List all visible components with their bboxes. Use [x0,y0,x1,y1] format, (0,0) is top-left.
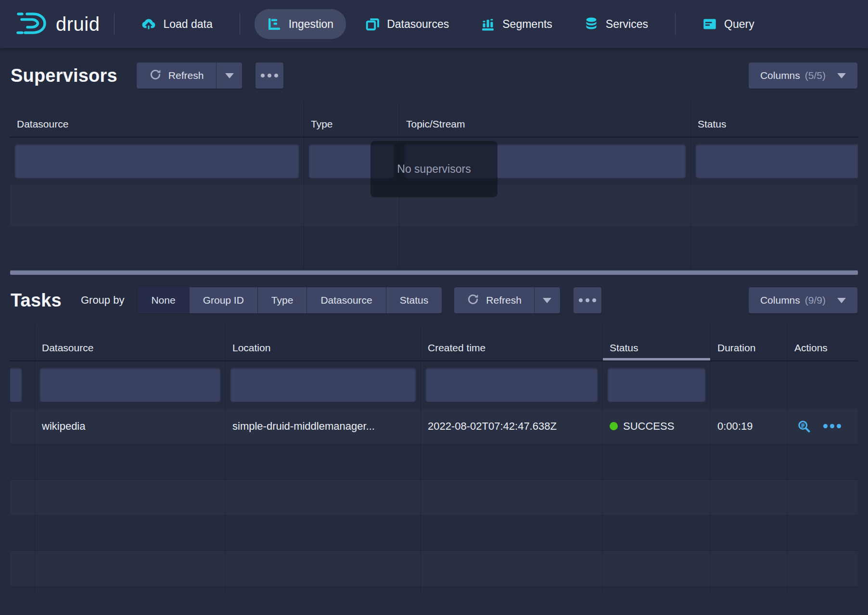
cloud-upload-icon [141,17,156,31]
group-by-segmented-control: None Group ID Type Datasource Status [138,287,442,313]
status-filter-input[interactable] [608,368,705,402]
supervisors-horizontal-scrollbar[interactable] [10,270,858,275]
column-header-task-id[interactable] [10,325,35,360]
refresh-icon [467,293,479,308]
task-location-cell: simple-druid-middlemanager... [226,409,421,444]
chevron-down-icon [225,73,234,78]
tasks-table-header-row: Datasource Location Created time Status … [10,325,858,361]
column-header-status[interactable]: Status [603,325,711,360]
column-header-datasource[interactable]: Datasource [10,101,304,137]
datasource-filter-input[interactable] [40,368,220,402]
status-text: SUCCESS [623,420,674,433]
supervisors-refresh-button[interactable]: Refresh [137,63,217,89]
columns-label: Columns [760,295,800,306]
tasks-refresh-button[interactable]: Refresh [454,287,534,313]
group-by-none-button[interactable]: None [138,287,189,313]
created-time-filter-input[interactable] [426,368,598,402]
refresh-icon [149,68,162,83]
druid-logo-icon [16,10,48,38]
datasource-filter-input[interactable] [15,144,299,178]
database-icon [584,17,599,31]
topic-stream-filter-input[interactable] [404,144,686,178]
supervisors-filter-row [10,138,858,185]
tasks-refresh-splitbutton: Refresh [454,287,560,313]
empty-table-row [10,444,858,480]
tasks-table: Datasource Location Created time Status … [10,325,858,594]
type-filter-input[interactable] [309,144,394,178]
column-header-type[interactable]: Type [304,101,399,137]
column-header-datasource[interactable]: Datasource [35,325,226,360]
brand-name: druid [56,13,100,35]
group-by-group-id-button[interactable]: Group ID [189,287,257,313]
task-actions-cell [788,409,858,444]
nav-item-services[interactable]: Services [572,9,661,39]
columns-count: (9/9) [805,295,826,306]
nav-item-label: Services [606,18,648,31]
column-header-location[interactable]: Location [226,325,421,360]
task-datasource-cell: wikipedia [35,409,226,444]
bar-chart-icon [481,17,495,31]
nav-items-query: Query [690,9,767,39]
tasks-columns-dropdown[interactable]: Columns (9/9) [749,287,857,313]
nav-item-load-data[interactable]: Load data [129,9,225,39]
supervisors-header-bar: Supervisors Refresh Columns (5/5) [0,63,868,89]
more-actions-icon[interactable] [823,424,841,428]
nav-item-label: Ingestion [289,18,333,31]
status-filter-input[interactable] [696,144,858,178]
task-id-filter-input[interactable] [10,368,22,402]
empty-table-row [10,185,858,227]
task-duration-cell: 0:00:19 [711,409,788,444]
column-header-created-time[interactable]: Created time [421,325,603,360]
nav-item-label: Load data [163,18,212,31]
gantt-chart-icon [267,17,281,31]
task-status-cell: SUCCESS [603,409,711,444]
nav-item-ingestion[interactable]: Ingestion [255,9,346,39]
empty-table-row [10,587,858,594]
task-row-wikipedia[interactable]: wikipedia simple-druid-middlemanager... … [10,409,858,444]
group-by-status-button[interactable]: Status [386,287,442,313]
multi-panel-icon [365,17,380,31]
empty-table-row [10,515,858,551]
nav-item-query[interactable]: Query [690,9,767,39]
location-filter-input[interactable] [230,368,416,402]
refresh-label: Refresh [486,295,522,306]
supervisors-columns-dropdown[interactable]: Columns (5/5) [749,63,857,89]
tasks-refresh-caret-button[interactable] [534,287,560,313]
columns-label: Columns [760,70,800,81]
group-by-datasource-button[interactable]: Datasource [306,287,385,313]
chevron-down-icon [837,298,846,303]
more-icon [579,298,596,302]
nav-item-label: Datasources [387,18,449,31]
more-icon [261,74,278,77]
nav-items: Load data [129,9,225,39]
tasks-filter-row [10,361,858,409]
group-by-type-button[interactable]: Type [257,287,307,313]
group-by-label: Group by [81,294,125,307]
nav-items-main: Ingestion Datasources [255,9,661,39]
nav-item-datasources[interactable]: Datasources [353,9,461,39]
tasks-header-bar: Tasks Group by None Group ID Type Dataso… [0,287,868,313]
druid-logo[interactable]: druid [16,10,100,38]
nav-item-segments[interactable]: Segments [468,9,565,39]
empty-table-row [10,480,858,515]
nav-divider [240,13,240,35]
supervisors-refresh-splitbutton: Refresh [137,63,243,89]
search-details-icon[interactable] [797,420,811,433]
column-header-topic-stream[interactable]: Topic/Stream [399,101,691,137]
column-header-duration[interactable]: Duration [711,325,788,360]
task-created-time-cell: 2022-08-02T07:42:47.638Z [421,409,603,444]
status-success-dot [610,422,618,430]
column-header-status[interactable]: Status [691,101,858,137]
tasks-title: Tasks [11,290,62,311]
column-header-actions[interactable]: Actions [788,325,858,360]
top-navbar: druid Load data Ingestion [0,0,868,48]
supervisors-table: Datasource Type Topic/Stream Status No s… [10,101,858,269]
supervisors-more-button[interactable] [255,63,283,89]
chevron-down-icon [837,73,846,78]
chevron-down-icon [543,298,551,303]
nav-divider [675,13,676,35]
supervisors-refresh-caret-button[interactable] [216,63,242,89]
nav-item-label: Query [724,18,754,31]
tasks-more-button[interactable] [574,287,601,313]
application-icon [702,17,717,31]
